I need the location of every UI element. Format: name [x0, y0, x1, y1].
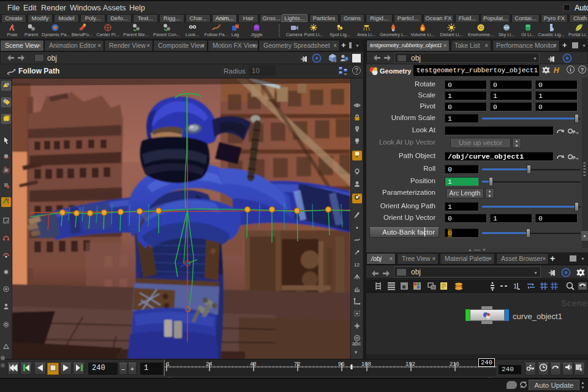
svg-text:12: 12	[354, 262, 360, 268]
svg-text:1: 1	[513, 282, 517, 290]
